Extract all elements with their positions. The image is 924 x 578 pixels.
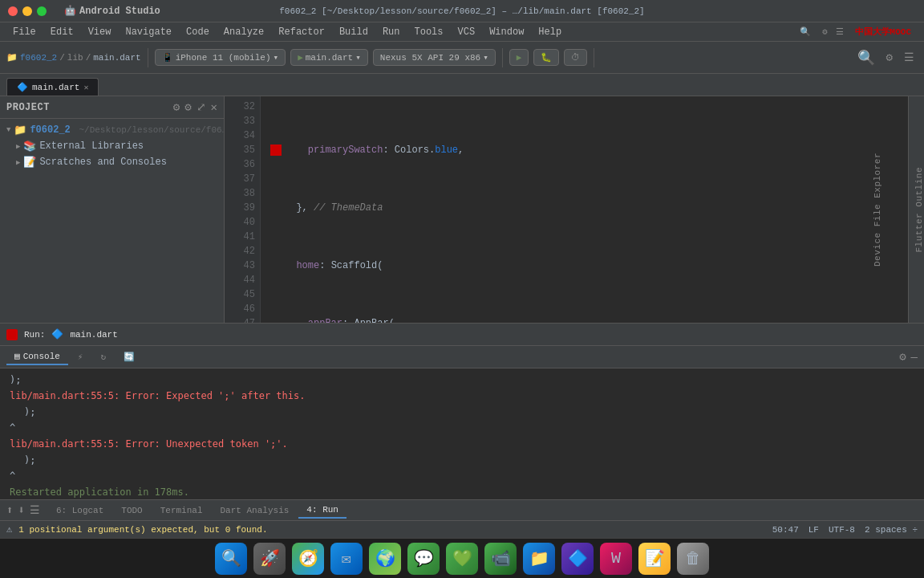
editor-tab-bar: 🔷 main.dart ✕ [0, 74, 924, 96]
dock-maps[interactable]: 🌍 [369, 543, 401, 575]
menu-help[interactable]: Help [532, 25, 568, 39]
window-title: f0602_2 [~/Desktop/lesson/source/f0602_2… [279, 6, 644, 16]
profile-button[interactable]: ⏱ [564, 49, 587, 66]
sidebar: Project ⚙ ⚙ ⤢ ✕ ▼ 📁 f0602_2 ~/Desktop/le… [0, 96, 225, 323]
menu-file[interactable]: File [6, 25, 43, 39]
device-file-explorer-label[interactable]: Device File Explorer [873, 153, 882, 267]
dock-finder[interactable]: 🔍 [215, 543, 247, 575]
menu-code[interactable]: Code [180, 25, 216, 39]
scratches-icon: 📝 [23, 156, 36, 169]
line-numbers: 32 33 34 35 36 37 38 39 40 41 42 43 44 4… [225, 96, 261, 323]
encoding[interactable]: UTF-8 [829, 525, 855, 535]
main-content: Project ⚙ ⚙ ⤢ ✕ ▼ 📁 f0602_2 ~/Desktop/le… [0, 96, 924, 323]
dock-app1[interactable]: 🔷 [561, 543, 594, 575]
tab-terminal[interactable]: Terminal [152, 503, 211, 518]
run-button[interactable]: ▶ [509, 49, 529, 66]
tree-item-f0602-2[interactable]: ▼ 📁 f0602_2 ~/Desktop/lesson/source/f06… [0, 122, 224, 138]
tab-main-dart[interactable]: 🔷 main.dart ✕ [6, 78, 99, 96]
tab-run[interactable]: 4: Run [298, 503, 346, 519]
dock-notes[interactable]: 📝 [638, 543, 671, 575]
line-ending[interactable]: LF [808, 525, 819, 535]
menu-refactor[interactable]: Refactor [272, 25, 331, 39]
columns-icon[interactable]: ☰ [30, 503, 40, 517]
close-panel-icon[interactable]: ✕ [211, 100, 217, 114]
menu-tools[interactable]: Tools [408, 25, 450, 39]
console-actions: ⚙ — [899, 350, 918, 364]
console-line-1: ); [0, 372, 924, 388]
gear-icon[interactable]: ⚙ [184, 100, 191, 114]
maximize-button[interactable] [37, 6, 47, 16]
tab-logcat[interactable]: 6: Logcat [48, 503, 111, 518]
indent-setting[interactable]: 2 spaces ÷ [865, 525, 918, 535]
tab-dart-analysis[interactable]: Dart Analysis [213, 503, 298, 518]
tab-console[interactable]: ▤ Console [6, 348, 68, 365]
menu-analyze[interactable]: Analyze [217, 25, 270, 39]
toolbar-lib: lib [67, 53, 83, 63]
sync-icon[interactable]: ⚙ [173, 100, 180, 114]
taskbar: 🔍 🚀 🧭 ✉ 🌍 💬 💚 📹 📁 🔷 W 📝 🗑 [0, 538, 924, 578]
tree-item-external-libs[interactable]: ▶ 📚 External Libraries [0, 138, 224, 154]
tree-label-f0602-2: f0602_2 [30, 124, 70, 136]
menu-run[interactable]: Run [376, 25, 407, 39]
code-content[interactable]: primarySwatch: Colors.blue, }, // ThemeD… [261, 96, 908, 323]
tree-item-scratches[interactable]: ▶ 📝 Scratches and Consoles [0, 154, 224, 170]
menu-edit[interactable]: Edit [44, 25, 80, 39]
tab-reload[interactable]: 🔄 [116, 349, 143, 364]
dock-app2[interactable]: W [600, 543, 632, 575]
menu-navigate[interactable]: Navigate [119, 25, 178, 39]
tab-refresh[interactable]: ↻ [92, 349, 114, 364]
toolbar-file: main.dart [93, 53, 140, 63]
collapse-icon[interactable]: — [911, 351, 918, 364]
up-arrow-icon[interactable]: ⬆ [6, 503, 13, 517]
warning-icon: ⚠ [6, 523, 12, 535]
folder-icon: 📁 [14, 124, 26, 136]
dock-mail[interactable]: ✉ [330, 543, 363, 575]
console-line-2[interactable]: lib/main.dart:55:5: Error: Expected ';' … [0, 388, 924, 404]
dock-wechat[interactable]: 💚 [446, 543, 478, 575]
stop-button[interactable] [6, 329, 18, 340]
run-bar: Run: 🔷 main.dart [0, 324, 924, 346]
run-file: main.dart [70, 330, 117, 340]
dock-trash[interactable]: 🗑 [677, 543, 709, 575]
toolbar-separator-2 [502, 48, 503, 67]
menu-vcs[interactable]: VCS [452, 25, 482, 39]
breakpoint-marker[interactable] [270, 144, 282, 156]
menu-window[interactable]: Window [483, 25, 530, 39]
dock-messages[interactable]: 💬 [407, 543, 440, 575]
tab-lightning[interactable]: ⚡ [70, 349, 91, 364]
down-arrow-icon[interactable]: ⬇ [18, 503, 24, 517]
emulator-selector[interactable]: Nexus 5X API 29 x86 ▾ [373, 49, 496, 66]
tree-path-f0602-2: ~/Desktop/lesson/source/f06… [74, 125, 224, 135]
dock-facetime[interactable]: 📹 [484, 543, 517, 575]
minimize-button[interactable] [22, 6, 32, 16]
cursor-position[interactable]: 50:47 [772, 525, 799, 535]
dock-launchpad[interactable]: 🚀 [253, 543, 286, 575]
flutter-outline-label[interactable]: Flutter Outline [914, 167, 924, 253]
tab-todo[interactable]: TODO [113, 503, 150, 518]
dock-safari[interactable]: 🧭 [292, 543, 324, 575]
dock-files[interactable]: 📁 [523, 543, 555, 575]
window-controls[interactable] [8, 6, 47, 16]
console-tabs: ▤ Console ⚡ ↻ 🔄 [6, 348, 143, 365]
app-logo: 🤖 Android Studio [64, 5, 160, 17]
status-left: ⚠ 1 positional argument(s) expected, but… [6, 523, 268, 535]
sidebar-title: Project [6, 102, 50, 113]
console-line-5[interactable]: lib/main.dart:55:5: Error: Unexpected to… [0, 436, 924, 452]
settings-icon[interactable]: ⚙ [899, 350, 906, 364]
close-button[interactable] [8, 6, 18, 16]
expand-icon[interactable]: ⤢ [197, 100, 206, 114]
menu-view[interactable]: View [82, 25, 118, 39]
run-config-selector[interactable]: ▶ main.dart ▾ [290, 49, 368, 66]
device-selector[interactable]: 📱 iPhone 11 (mobile) ▾ [155, 49, 286, 66]
tab-close-icon[interactable]: ✕ [83, 83, 88, 92]
status-bar: ⚠ 1 positional argument(s) expected, but… [0, 520, 924, 538]
bottom-tool-tabs: ⬆ ⬇ ☰ 6: Logcat TODO Terminal Dart Analy… [0, 499, 924, 520]
code-line-35: appBar: AppBar( [270, 316, 908, 323]
console-line-7: ^ [0, 468, 924, 484]
console-line-6: ); [0, 452, 924, 468]
menu-build[interactable]: Build [333, 25, 375, 39]
run-label: Run: [24, 330, 45, 340]
debug-button[interactable]: 🐛 [533, 49, 559, 66]
code-line-32: primarySwatch: Colors.blue, [270, 143, 908, 157]
toolbar-separator-3 [594, 48, 594, 67]
